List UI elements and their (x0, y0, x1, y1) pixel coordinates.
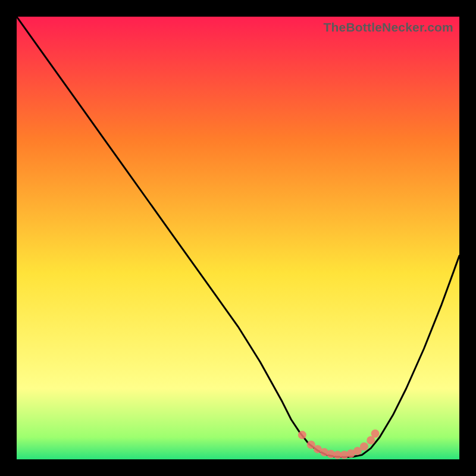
gradient-background (17, 17, 459, 459)
optimal-marker-dot (371, 430, 380, 438)
optimal-marker-dot (298, 431, 306, 439)
bottleneck-chart (17, 17, 459, 459)
chart-frame: TheBottleNecker.com (17, 17, 459, 459)
optimal-marker-dot (360, 442, 368, 450)
watermark-text: TheBottleNecker.com (323, 20, 453, 35)
